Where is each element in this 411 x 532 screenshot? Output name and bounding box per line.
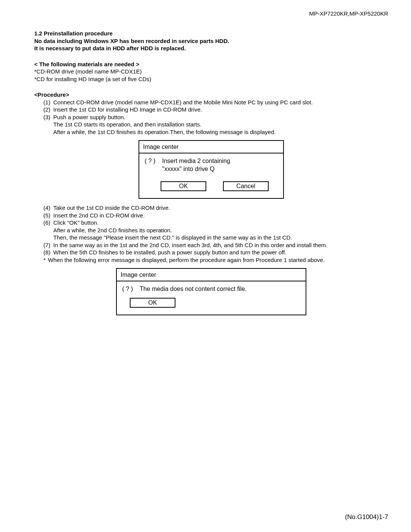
- dialog-buttons: OK: [122, 298, 300, 308]
- dialog-buttons: OK Cancel: [145, 181, 278, 191]
- step-number: (8): [43, 249, 53, 256]
- ok-button[interactable]: OK: [130, 298, 175, 308]
- section: 1.2 Preinstallation procedure No data in…: [34, 30, 388, 315]
- dialog-message-text: Insert media 2 containing "xxxxx" into d…: [162, 157, 278, 173]
- dialog-message: ( ? ) The media does not content correct…: [122, 285, 300, 293]
- procedure-step: (1) Connect CD-ROM drive (model name MP-…: [34, 99, 388, 106]
- page-number: (No.G1004)1-7: [345, 513, 388, 521]
- procedure-step: (4) Take out the 1st CD inside the CD-RO…: [34, 204, 388, 212]
- dialog-image-center-insert: Image center ( ? ) Insert media 2 contai…: [139, 140, 284, 199]
- step-number: (6): [43, 219, 53, 227]
- procedure-block: <Procedure> (1) Connect CD-ROM drive (mo…: [34, 91, 388, 315]
- materials-heading: < The following materials are needed >: [34, 61, 388, 68]
- dialog-body: ( ? ) The media does not content correct…: [117, 281, 306, 315]
- step-text: Insert the 2nd CD in CD-ROM drive.: [53, 212, 388, 219]
- procedure-step: (7) In the same way as in the 1st and th…: [34, 241, 388, 249]
- ok-button[interactable]: OK: [161, 181, 206, 191]
- procedure-heading: <Procedure>: [34, 91, 388, 99]
- dialog-message-line-2: "xxxxx" into drive Q: [162, 165, 278, 173]
- question-icon: ( ? ): [122, 285, 140, 293]
- dialog-message-line-1: Insert media 2 containing: [162, 157, 278, 165]
- dialog-body: ( ? ) Insert media 2 containing "xxxxx" …: [139, 153, 283, 198]
- header-model: MP-XP7220KR,MP-XP5220KR: [309, 10, 388, 18]
- step-text: Connect CD-ROM drive (model name MP-CDX1…: [53, 99, 388, 106]
- materials-item-2: *CD for installing HD Image (a set of fi…: [34, 75, 388, 83]
- procedure-step: (8) When the 5th CD finishes to be insta…: [34, 249, 388, 256]
- procedure-step: (6) Click "OK" button.: [34, 219, 388, 227]
- star-icon: *: [43, 256, 48, 264]
- step-continuation: After a while, the 2nd CD finishes its o…: [34, 227, 388, 234]
- step-number: (7): [43, 241, 53, 249]
- dialog-message: ( ? ) Insert media 2 containing "xxxxx" …: [145, 157, 278, 173]
- step-text: Click "OK" button.: [53, 219, 388, 227]
- step-text: Insert the 1st CD for installing HD Imag…: [53, 106, 388, 113]
- step-number: (2): [43, 106, 53, 113]
- step-number: (1): [43, 99, 53, 106]
- section-title: 1.2 Preinstallation procedure: [34, 30, 388, 37]
- procedure-step: (2) Insert the 1st CD for installing HD …: [34, 106, 388, 113]
- step-text: Push a power supply button.: [53, 113, 388, 121]
- question-icon: ( ? ): [145, 157, 162, 173]
- procedure-note: * When the following error message is di…: [34, 256, 388, 264]
- dialog-image-center-error: Image center ( ? ) The media does not co…: [116, 268, 306, 315]
- page: MP-XP7220KR,MP-XP5220KR 1.2 Preinstallat…: [0, 0, 411, 532]
- materials-block: < The following materials are needed > *…: [34, 61, 388, 83]
- dialog-title: Image center: [139, 141, 283, 153]
- step-text: Take out the 1st CD inside the CD-ROM dr…: [53, 204, 388, 212]
- dialog-message-text: The media does not content correct file.: [140, 285, 300, 293]
- note-text: When the following error message is disp…: [48, 256, 388, 264]
- procedure-step: (3) Push a power supply button.: [34, 113, 388, 121]
- step-text: When the 5th CD finishes to be installed…: [53, 249, 388, 256]
- step-continuation: Then, the message "Please insert the nex…: [34, 234, 388, 241]
- step-text: In the same way as in the 1st and the 2n…: [53, 241, 388, 249]
- step-number: (5): [43, 212, 53, 219]
- procedure-step: (5) Insert the 2nd CD in CD-ROM drive.: [34, 212, 388, 219]
- step-number: (3): [43, 113, 53, 121]
- intro-line-1: No data including Windows XP has been re…: [34, 37, 388, 45]
- step-continuation: The 1st CD starts its operation, and the…: [34, 121, 388, 128]
- step-continuation: After a while, the 1st CD finishes its o…: [34, 128, 388, 136]
- materials-item-1: *CD-ROM drive (model name MP-CDX1E): [34, 68, 388, 75]
- step-number: (4): [43, 204, 53, 212]
- dialog-title: Image center: [117, 269, 306, 281]
- cancel-button[interactable]: Cancel: [223, 181, 269, 191]
- intro-line-2: It is necessary to put data in HDD after…: [34, 45, 388, 52]
